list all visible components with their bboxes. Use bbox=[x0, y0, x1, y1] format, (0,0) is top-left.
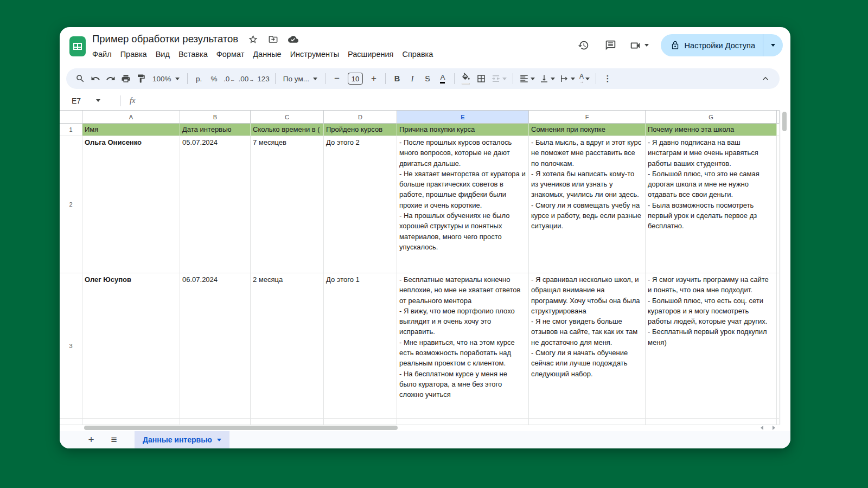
menu-item-data[interactable]: Данные bbox=[248, 48, 285, 60]
decrease-decimals-button[interactable]: .0← bbox=[222, 71, 237, 86]
cell-a1[interactable]: Имя bbox=[82, 124, 180, 136]
undo-button[interactable] bbox=[88, 71, 103, 86]
fill-color-button[interactable] bbox=[458, 71, 474, 86]
text-color-button[interactable]: A bbox=[435, 71, 450, 86]
horizontal-align-button[interactable] bbox=[517, 71, 537, 86]
video-call-dropdown-icon[interactable] bbox=[644, 44, 649, 47]
menu-item-edit[interactable]: Правка bbox=[116, 48, 151, 60]
cell-a3[interactable]: Олег Юсупов bbox=[82, 273, 180, 419]
star-icon[interactable] bbox=[247, 34, 258, 44]
col-header-b[interactable]: B bbox=[180, 111, 251, 124]
font-style-select[interactable]: По ум... bbox=[279, 71, 321, 86]
scroll-right-button[interactable] bbox=[768, 425, 780, 431]
version-history-button[interactable] bbox=[573, 35, 595, 56]
zoom-value: 100% bbox=[152, 75, 171, 83]
collapse-toolbar-button[interactable] bbox=[758, 71, 773, 86]
cell-d3[interactable]: До этого 1 bbox=[324, 273, 397, 419]
add-sheet-button[interactable]: + bbox=[82, 431, 100, 448]
menu-item-view[interactable]: Вид bbox=[151, 48, 174, 60]
font-size-decrease-button[interactable]: − bbox=[329, 71, 344, 86]
paint-format-button[interactable] bbox=[133, 71, 149, 86]
menu-item-help[interactable]: Справка bbox=[398, 48, 437, 60]
vertical-scrollbar-thumb[interactable] bbox=[782, 112, 787, 131]
cell-c3[interactable]: 2 месяца bbox=[251, 273, 324, 419]
col-header-a[interactable]: A bbox=[82, 111, 180, 124]
print-button[interactable] bbox=[118, 71, 133, 86]
cell-g1[interactable]: Почему именно эта школа bbox=[646, 124, 777, 136]
strikethrough-button[interactable]: S bbox=[420, 71, 435, 86]
menu-item-extensions[interactable]: Расширения bbox=[343, 48, 398, 60]
document-title[interactable]: Пример обработки результатов bbox=[92, 33, 238, 45]
menu-item-file[interactable]: Файл bbox=[88, 48, 116, 60]
vertical-scrollbar[interactable] bbox=[781, 111, 787, 425]
increase-decimals-button[interactable]: .00→ bbox=[237, 71, 256, 86]
horizontal-scrollbar-thumb[interactable] bbox=[84, 426, 398, 430]
col-header-d[interactable]: D bbox=[324, 111, 397, 124]
sheets-window: Пример обработки результатов Файл Правка… bbox=[60, 27, 790, 448]
cell-d2[interactable]: До этого 2 bbox=[324, 136, 397, 273]
col-header-f[interactable]: F bbox=[529, 111, 646, 124]
cell-d1[interactable]: Пройдено курсов bbox=[324, 124, 397, 136]
menu-item-insert[interactable]: Вставка bbox=[174, 48, 212, 60]
font-style-value: По ум... bbox=[283, 75, 309, 83]
all-sheets-button[interactable]: ≡ bbox=[105, 431, 123, 448]
sheets-logo-icon[interactable] bbox=[69, 36, 86, 56]
currency-format-button[interactable]: р. bbox=[192, 71, 207, 86]
col-header-c[interactable]: C bbox=[251, 111, 324, 124]
cell-f3[interactable]: - Я сравнивал несколько школ, и обращал … bbox=[529, 273, 646, 419]
cell-f1[interactable]: Сомнения при покупке bbox=[529, 124, 646, 136]
col-header-g[interactable]: G bbox=[646, 111, 777, 124]
cell-e2[interactable]: - После прошлых курсов осталось много во… bbox=[397, 136, 529, 273]
row-header-2[interactable]: 2 bbox=[60, 136, 82, 273]
comments-button[interactable] bbox=[600, 35, 622, 56]
menu-item-tools[interactable]: Инструменты bbox=[286, 48, 343, 60]
cell-g2[interactable]: - Я давно подписана на ваш инстаграм и м… bbox=[646, 136, 777, 273]
row-header-4[interactable] bbox=[60, 419, 82, 425]
comment-icon bbox=[605, 40, 616, 51]
row-header-1[interactable]: 1 bbox=[60, 124, 82, 136]
merge-cells-button[interactable] bbox=[489, 71, 509, 86]
cell-c1[interactable]: Сколько времени в ( bbox=[251, 124, 324, 136]
zoom-select[interactable]: 100% bbox=[149, 71, 183, 86]
percent-format-button[interactable]: % bbox=[207, 71, 222, 86]
horizontal-scrollbar[interactable] bbox=[83, 425, 780, 431]
search-button[interactable] bbox=[73, 71, 88, 86]
scroll-left-button[interactable] bbox=[756, 425, 768, 431]
cell-reference: E7 bbox=[72, 97, 81, 105]
cell-e3[interactable]: - Бесплатные материалы конечно неплохие,… bbox=[397, 273, 529, 419]
redo-button[interactable] bbox=[103, 71, 118, 86]
select-all-corner[interactable] bbox=[60, 111, 82, 124]
move-folder-icon[interactable] bbox=[267, 34, 278, 44]
vertical-align-button[interactable] bbox=[537, 71, 557, 86]
row-header-3[interactable]: 3 bbox=[60, 273, 82, 419]
borders-button[interactable] bbox=[474, 71, 489, 86]
toolbar-more-button[interactable]: ⋮ bbox=[600, 71, 615, 86]
sheet-tab-menu-icon[interactable] bbox=[217, 439, 221, 441]
text-rotation-button[interactable]: A → bbox=[577, 71, 592, 86]
cell-b2[interactable]: 05.07.2024 bbox=[180, 136, 251, 273]
sheet-tab-active[interactable]: Данные интервью bbox=[135, 431, 229, 448]
number-format-button[interactable]: 123 bbox=[256, 71, 271, 86]
text-wrap-button[interactable] bbox=[557, 71, 577, 86]
cell-a2[interactable]: Ольга Онисенко bbox=[82, 136, 180, 273]
cell-b1[interactable]: Дата интервью bbox=[180, 124, 251, 136]
cell-c2[interactable]: 7 месяцев bbox=[251, 136, 324, 273]
cloud-saved-icon[interactable] bbox=[288, 34, 298, 44]
share-dropdown-button[interactable] bbox=[763, 34, 783, 56]
merge-cells-icon bbox=[491, 74, 501, 84]
cell-b3[interactable]: 06.07.2024 bbox=[180, 273, 251, 419]
name-box-dropdown-icon[interactable] bbox=[96, 99, 100, 102]
cell-e1[interactable]: Причина покупки курса bbox=[397, 124, 529, 136]
name-box[interactable]: E7 bbox=[60, 97, 120, 105]
font-size-increase-button[interactable]: + bbox=[366, 71, 381, 86]
video-call-button[interactable] bbox=[627, 40, 651, 52]
share-button[interactable]: Настройки Доступа bbox=[661, 34, 783, 56]
bold-button[interactable]: B bbox=[390, 71, 405, 86]
cell-f2[interactable]: - Была мысль, а вдруг и этот курс не пом… bbox=[529, 136, 646, 273]
col-header-e[interactable]: E bbox=[397, 111, 529, 124]
cell-g3[interactable]: - Я смог изучить программу на сайте и по… bbox=[646, 273, 777, 419]
font-size-input[interactable]: 10 bbox=[348, 73, 363, 85]
text-wrap-icon bbox=[559, 74, 569, 84]
menu-item-format[interactable]: Формат bbox=[212, 48, 249, 60]
italic-button[interactable]: I bbox=[405, 71, 420, 86]
